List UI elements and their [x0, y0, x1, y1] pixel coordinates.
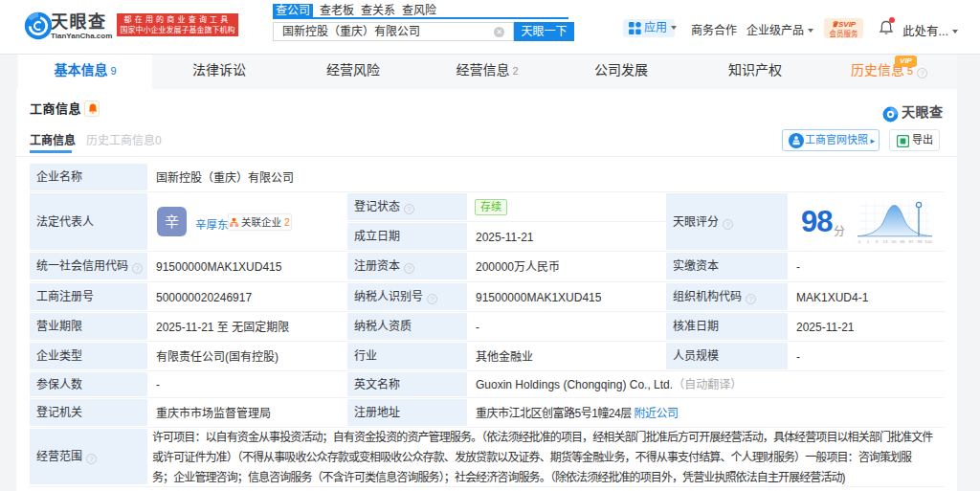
svg-text:3: 3	[876, 239, 879, 244]
svg-text:100: 100	[924, 239, 932, 244]
svg-text:86: 86	[901, 239, 905, 244]
svg-text:1: 1	[867, 239, 870, 244]
svg-text:50: 50	[892, 239, 897, 244]
svg-text:13: 13	[883, 239, 888, 244]
svg-text:99: 99	[918, 239, 923, 244]
svg-text:0: 0	[858, 239, 861, 244]
svg-text:97: 97	[909, 239, 914, 244]
